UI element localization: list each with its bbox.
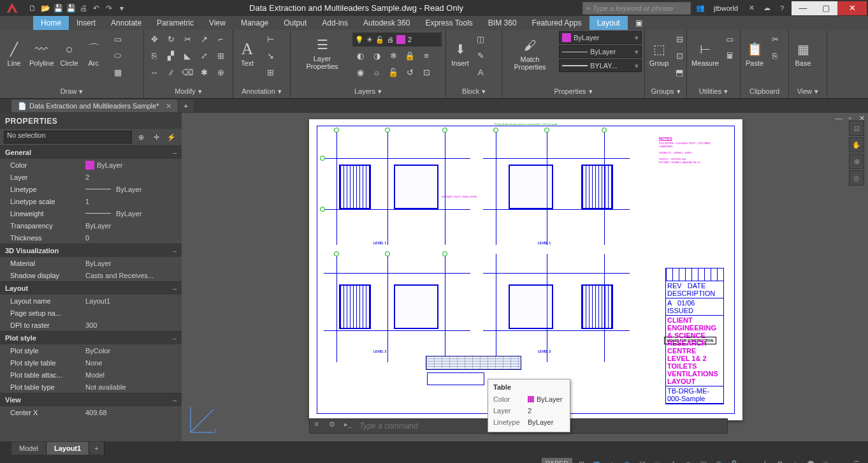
rotate-icon[interactable]: ↻ (163, 31, 178, 47)
iso-toggle-icon[interactable]: ◸ (636, 457, 649, 463)
circle-button[interactable]: ○Circle (58, 31, 81, 76)
qselect-icon[interactable]: ⚡ (165, 131, 178, 143)
snap-toggle-icon[interactable]: ▦ (590, 457, 603, 463)
property-row[interactable]: Plot table attac...Model (0, 369, 182, 381)
exchange-icon[interactable]: ✕ (746, 3, 757, 14)
tab-output[interactable]: Output (276, 16, 314, 30)
stretch-icon[interactable]: ↔ (147, 64, 162, 80)
linetype-dropdown[interactable]: ByLayer (559, 45, 642, 58)
cloud-icon[interactable]: ☁ (761, 3, 772, 14)
property-row[interactable]: Layer2 (0, 171, 182, 183)
workspace-icon[interactable]: ⚙ (774, 457, 786, 463)
open-icon[interactable]: 📂 (40, 3, 51, 14)
leader-icon[interactable]: ↘ (263, 48, 278, 63)
qat-dropdown-icon[interactable]: ▾ (116, 3, 127, 14)
full-nav-icon[interactable]: ⊡ (849, 121, 864, 136)
explode-icon[interactable]: ✱ (196, 64, 212, 80)
attr-icon[interactable]: A (473, 64, 488, 80)
paste-button[interactable]: 📋Paste (743, 31, 766, 76)
insert-button[interactable]: ⬇Insert (449, 31, 472, 76)
clean-screen-icon[interactable]: ▭ (835, 457, 848, 463)
qcalc-icon[interactable]: 🖩 (722, 48, 737, 63)
cycling-toggle-icon[interactable]: ⟳ (712, 457, 725, 463)
property-row[interactable]: LineweightByLayer (0, 207, 182, 219)
tab-insert[interactable]: Insert (69, 16, 103, 30)
tab-express[interactable]: Express Tools (417, 16, 480, 30)
mdi-minimize-icon[interactable]: — (834, 113, 844, 123)
tab-featured[interactable]: Featured Apps (524, 16, 590, 30)
array-icon[interactable]: ⊞ (213, 48, 228, 63)
edit-block-icon[interactable]: ✎ (473, 48, 488, 63)
select-icon[interactable]: ▭ (722, 31, 737, 47)
plot-icon[interactable]: 🖨 (78, 3, 89, 14)
pickadd-icon[interactable]: ⊕ (134, 131, 147, 143)
current-layer-dropdown[interactable]: 💡☀🔓🖨 2 (352, 33, 442, 47)
section-header[interactable]: 3D Visualization– (0, 244, 182, 257)
layer-state-icon[interactable]: ⊡ (419, 64, 434, 80)
drawing-table[interactable] (426, 356, 521, 370)
hatch-icon[interactable]: ▦ (110, 64, 126, 80)
layer-off-icon[interactable]: ◐ (352, 48, 368, 63)
property-row[interactable]: Linetype scale1 (0, 195, 182, 207)
join-icon[interactable]: ⊕ (213, 64, 228, 80)
text-button[interactable]: AText (236, 31, 259, 76)
scale-list-icon[interactable]: ▱ (743, 457, 756, 463)
save-icon[interactable]: 💾 (52, 3, 64, 14)
close-tab-icon[interactable]: ✕ (166, 102, 171, 110)
space-badge[interactable]: PAPER (542, 458, 572, 463)
tab-a360[interactable]: Autodesk 360 (356, 16, 417, 30)
copy-icon[interactable]: ⎘ (147, 48, 162, 63)
cmd-recent-icon[interactable]: ⚙ (329, 420, 340, 432)
help-search-input[interactable]: Type a keyword or phrase (582, 2, 691, 15)
lineweight-dropdown[interactable]: BYLAY... (559, 59, 642, 72)
redo-icon[interactable]: ↷ (103, 3, 115, 14)
annoscale-icon[interactable]: 🔒 (728, 457, 741, 463)
group-button[interactable]: ⬚Group (647, 31, 670, 76)
extend-icon[interactable]: ↗ (196, 31, 212, 47)
ortho-toggle-icon[interactable]: ⟂ (605, 457, 618, 463)
polar-toggle-icon[interactable]: ◷ (621, 457, 633, 463)
drawing-canvas[interactable]: — ▫ ✕ Verify all dimensions prior to con… (182, 113, 868, 441)
cmd-close-icon[interactable]: ✕ (314, 420, 325, 432)
tab-home[interactable]: Home (33, 16, 69, 30)
layer-unlock-icon[interactable]: 🔓 (386, 64, 401, 80)
ellipse-icon[interactable]: ⬭ (110, 48, 126, 63)
tab-extra-icon[interactable]: ▣ (628, 16, 650, 30)
erase-icon[interactable]: ⌫ (180, 64, 195, 80)
layer-iso-icon[interactable]: ◑ (369, 48, 384, 63)
otrack-toggle-icon[interactable]: ∠ (667, 457, 679, 463)
annotation-monitor-icon[interactable]: + (789, 457, 802, 463)
hardware-accel-icon[interactable]: ⬤ (804, 457, 817, 463)
help-icon[interactable]: ? (776, 3, 788, 14)
close-button[interactable]: ✕ (837, 1, 867, 15)
property-row[interactable]: LinetypeByLayer (0, 183, 182, 195)
zoom-extents-icon[interactable]: ⊕ (849, 154, 864, 169)
tab-bim360[interactable]: BIM 360 (481, 16, 524, 30)
tab-layout[interactable]: Layout (590, 16, 628, 30)
tab-annotate[interactable]: Annotate (103, 16, 149, 30)
color-dropdown[interactable]: ByLayer (559, 31, 642, 44)
add-layout-button[interactable]: + (89, 442, 104, 455)
osnap-toggle-icon[interactable]: □ (651, 457, 664, 463)
document-tab[interactable]: 📄 Data Extraction and Multileaders Sampl… (11, 99, 178, 112)
layer-lock-icon[interactable]: 🔒 (402, 48, 417, 63)
property-row[interactable]: Plot table typeNot available (0, 381, 182, 393)
trim-icon[interactable]: ✂ (180, 31, 195, 47)
selection-dropdown[interactable]: No selection (4, 131, 132, 143)
property-row[interactable]: Shadow displayCasts and Receives... (0, 269, 182, 281)
move-icon[interactable]: ✥ (147, 31, 162, 47)
table-icon[interactable]: ⊞ (263, 64, 278, 80)
signin-icon[interactable]: 👥 (695, 3, 706, 14)
property-row[interactable]: MaterialByLayer (0, 257, 182, 269)
model-tab[interactable]: Model (11, 442, 47, 455)
property-row[interactable]: Center X409.68 (0, 406, 182, 418)
property-row[interactable]: TransparencyByLayer (0, 219, 182, 231)
property-row[interactable]: Thickness0 (0, 231, 182, 244)
chamfer-icon[interactable]: ◣ (180, 48, 195, 63)
cut-icon[interactable]: ✂ (767, 31, 783, 47)
property-row[interactable]: Plot styleByColor (0, 344, 182, 356)
measure-button[interactable]: ⊢Measure (690, 31, 721, 76)
property-row[interactable]: ColorByLayer (0, 159, 182, 171)
polyline-button[interactable]: 〰Polyline (27, 31, 57, 76)
dimension-icon[interactable]: ⊢ (263, 31, 278, 47)
